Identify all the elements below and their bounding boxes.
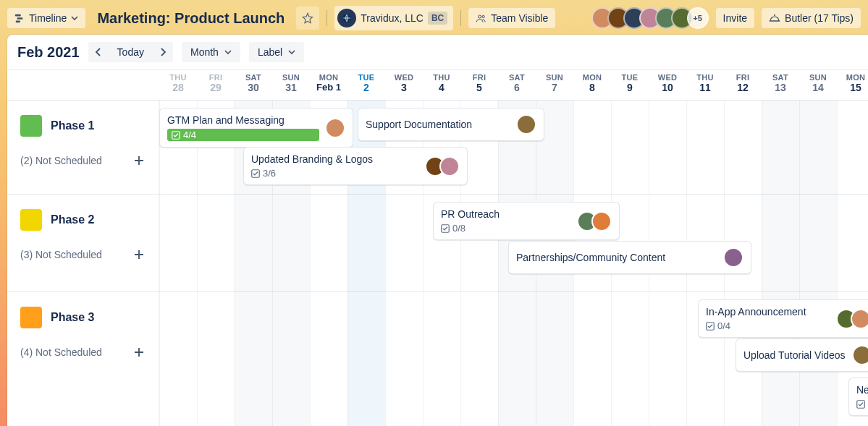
chevron-right-icon: [159, 48, 167, 56]
lane-unscheduled-count[interactable]: (4) Not Scheduled: [20, 346, 102, 358]
workspace-chip[interactable]: Travidux, LLC BC: [334, 6, 453, 30]
avatar[interactable]: [325, 118, 345, 138]
card-title: Upload Tutorial Videos: [743, 349, 846, 361]
svg-rect-2: [16, 21, 20, 23]
avatar[interactable]: [591, 211, 612, 231]
card-title: In-App Announcement: [706, 306, 830, 318]
timeline-lane: Phase 2(3) Not ScheduledPR Outreach0/8Pa…: [7, 195, 868, 292]
card-member-avatars: [852, 345, 868, 365]
view-switcher-label: Timeline: [29, 12, 67, 24]
lane-title: Phase 1: [51, 119, 94, 132]
svg-rect-6: [770, 20, 780, 21]
date-column: FRI12: [724, 70, 762, 100]
butler-label: Butler (17 Tips): [785, 12, 854, 24]
timeline-body: Phase 1(2) Not ScheduledGTM Plan and Mes…: [7, 101, 868, 426]
add-card-button[interactable]: [130, 151, 148, 170]
svg-rect-1: [17, 17, 23, 20]
today-label: Today: [117, 46, 144, 58]
checklist-badge: 0/4: [706, 320, 830, 331]
butler-icon: [769, 13, 780, 23]
date-header-row: THU28FRI29SAT30SUN31MONFeb 1TUE2WED3THU4…: [7, 70, 868, 101]
groupby-label: Label: [258, 46, 282, 58]
timeline-icon: [14, 13, 25, 23]
avatar[interactable]: [852, 345, 868, 365]
timeline-controls: Feb 2021 Today Month Label: [7, 35, 868, 70]
timeline-card[interactable]: Support Documentation: [358, 108, 544, 141]
date-column: MON15: [837, 70, 868, 100]
chevron-down-icon: [224, 48, 232, 56]
card-title: Updated Branding & Logos: [251, 153, 419, 165]
checklist-badge: 3/6: [251, 168, 419, 179]
plus-icon: [133, 346, 145, 358]
timeline-card[interactable]: GTM Plan and Messaging4/4: [159, 108, 353, 148]
svg-point-4: [479, 15, 481, 18]
card-member-avatars: [516, 114, 536, 135]
date-column: WED3: [385, 70, 423, 100]
lane-title: Phase 3: [51, 311, 94, 324]
butler-button[interactable]: Butler (17 Tips): [762, 8, 861, 28]
prev-button[interactable]: [88, 42, 109, 62]
timeline-lane: Phase 3(4) Not ScheduledIn-App Announcem…: [7, 292, 868, 426]
date-column: THU28: [159, 70, 197, 100]
timeline-card[interactable]: Upload Tutorial Videos: [736, 338, 868, 372]
card-member-avatars: [325, 118, 345, 138]
lane-color-swatch: [20, 115, 42, 137]
next-button[interactable]: [153, 42, 173, 62]
star-button[interactable]: [296, 7, 319, 30]
date-column: SAT6: [498, 70, 536, 100]
avatar[interactable]: [516, 114, 536, 135]
svg-rect-0: [15, 14, 21, 17]
card-member-avatars: [836, 309, 868, 329]
lane-title: Phase 2: [51, 213, 94, 226]
checklist-badge: 4/4: [167, 129, 319, 141]
date-column: THU4: [423, 70, 460, 100]
avatar[interactable]: [439, 156, 460, 176]
lane-unscheduled-count[interactable]: (3) Not Scheduled: [20, 249, 102, 260]
svg-point-5: [482, 15, 484, 17]
invite-label: Invite: [723, 12, 747, 24]
invite-button[interactable]: Invite: [716, 8, 754, 28]
board-member-avatars[interactable]: +5: [591, 7, 709, 29]
add-card-button[interactable]: [130, 245, 148, 264]
timeline-card[interactable]: Partnerships/Community Content: [508, 241, 751, 274]
add-card-button[interactable]: [130, 343, 148, 362]
checklist-icon: [441, 224, 450, 233]
checklist-icon: [172, 131, 180, 140]
visibility-button[interactable]: Team Visible: [468, 8, 555, 28]
date-column: SUN14: [799, 70, 837, 100]
chevron-left-icon: [94, 48, 103, 56]
plus-icon: [133, 249, 145, 260]
timeline-card[interactable]: In-App Announcement0/4: [698, 299, 868, 338]
lane-header: Phase 1(2) Not Scheduled: [7, 101, 159, 194]
checklist-icon: [251, 169, 260, 178]
date-column: SUN7: [536, 70, 573, 100]
board-title[interactable]: Marketing: Product Launch: [93, 7, 289, 30]
visibility-label: Team Visible: [491, 12, 548, 24]
groupby-select[interactable]: Label: [249, 42, 304, 62]
view-switcher[interactable]: Timeline: [7, 8, 85, 28]
avatar-overflow[interactable]: +5: [687, 7, 709, 29]
timeline-card[interactable]: PR Outreach0/8: [433, 202, 620, 240]
avatar[interactable]: [723, 247, 743, 268]
avatar[interactable]: [851, 309, 868, 329]
date-column: SUN31: [272, 70, 310, 100]
date-column: THU11: [686, 70, 724, 100]
date-column: MONFeb 1: [310, 70, 347, 100]
timeline-panel: Feb 2021 Today Month Label THU28FRI29SAT…: [7, 35, 868, 426]
separator: [460, 10, 461, 26]
granularity-select[interactable]: Month: [182, 42, 240, 62]
checklist-icon: [706, 322, 715, 331]
lane-unscheduled-count[interactable]: (2) Not Scheduled: [20, 155, 102, 166]
date-column: MON8: [573, 70, 611, 100]
board-header: Timeline Marketing: Product Launch Travi…: [0, 0, 868, 36]
today-button[interactable]: Today: [109, 42, 153, 62]
plus-icon: [133, 155, 145, 166]
timeline-lane: Phase 1(2) Not ScheduledGTM Plan and Mes…: [7, 101, 868, 195]
workspace-name: Travidux, LLC: [361, 12, 424, 24]
timeline-card[interactable]: Nev0: [848, 378, 868, 416]
date-column: FRI5: [460, 70, 498, 100]
svg-point-7: [774, 14, 775, 16]
lane-header: Phase 2(3) Not Scheduled: [7, 195, 159, 291]
timeline-card[interactable]: Updated Branding & Logos3/6: [243, 147, 468, 185]
lane-header: Phase 3(4) Not Scheduled: [7, 292, 159, 426]
